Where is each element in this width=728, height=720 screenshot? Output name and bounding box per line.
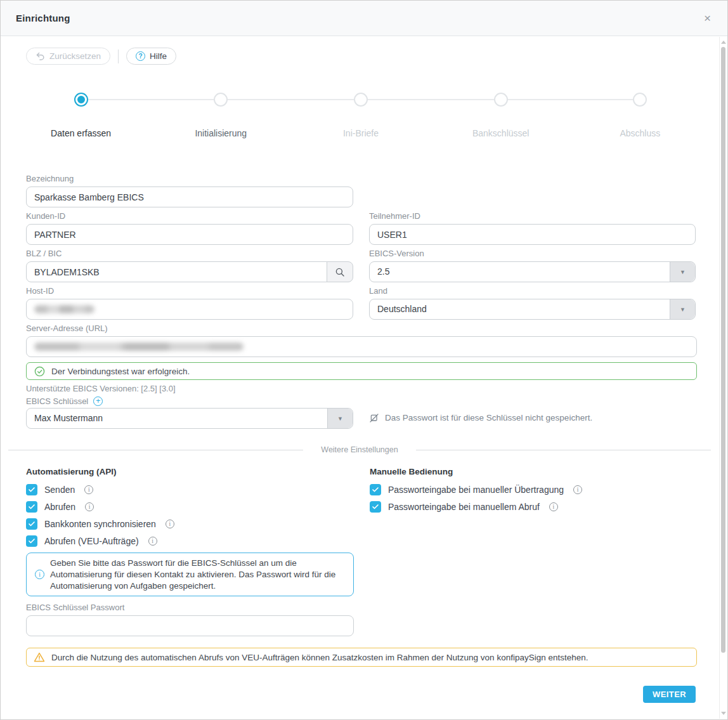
scrollbar-thumb[interactable] — [721, 47, 725, 653]
blz-bic-input[interactable] — [26, 261, 327, 282]
ebics-version-label: EBICS-Version — [369, 249, 696, 260]
step-label: Initialisierung — [157, 128, 284, 138]
senden-checkbox[interactable] — [26, 484, 37, 495]
help-button-label: Hilfe — [150, 51, 167, 61]
step-daten-erfassen[interactable]: Daten erfassen — [18, 90, 145, 138]
kunden-id-label: Kunden-ID — [26, 211, 353, 223]
ebics-schluessel-passwort-input[interactable] — [26, 615, 354, 636]
search-icon — [334, 266, 346, 278]
scrollbar-down-arrow[interactable] — [721, 712, 726, 715]
info-icon[interactable]: i — [549, 502, 558, 511]
check-circle-icon — [34, 366, 45, 377]
bezeichnung-label: Bezeichnung — [26, 174, 353, 185]
step-dot — [633, 93, 647, 107]
abrufen-veu-checkbox[interactable] — [26, 535, 37, 547]
checkbox-row-abrufen: Abrufen i — [26, 501, 354, 513]
add-key-icon[interactable]: + — [93, 396, 103, 406]
info-icon[interactable]: i — [148, 537, 157, 546]
supported-versions-text: Unterstützte EBICS Versionen: [2.5] [3.0… — [26, 384, 696, 393]
chevron-down-icon: ▼ — [327, 409, 353, 428]
bankkonten-synchronisieren-checkbox[interactable] — [26, 518, 37, 530]
step-dot-active — [75, 94, 87, 105]
info-icon[interactable]: i — [84, 485, 93, 494]
chevron-down-icon: ▼ — [670, 262, 695, 282]
step-label: Abschluss — [576, 128, 703, 138]
ebics-schluessel-select[interactable]: Max Mustermann ▼ — [26, 408, 353, 429]
dialog-body: Zurücksetzen ? Hilfe Daten erfassen Init… — [1, 48, 727, 703]
automatisierung-title: Automatisierung (API) — [26, 467, 354, 478]
scrollbar-up-arrow[interactable] — [721, 41, 726, 44]
einrichtung-dialog: Einrichtung × Zurücksetzen ? Hilfe — [0, 0, 728, 720]
pw-manueller-abruf-checkbox[interactable] — [370, 501, 381, 513]
step-label: Daten erfassen — [18, 128, 145, 138]
step-abschluss[interactable]: Abschluss — [576, 90, 703, 138]
undo-icon — [36, 51, 45, 61]
checkbox-label: Passworteingabe bei manueller Übertragun… — [388, 485, 564, 495]
checkbox-label: Passworteingabe bei manuellem Abruf — [388, 502, 540, 512]
connection-success-message: Der Verbindungstest war erfolgreich. — [26, 362, 697, 380]
automation-password-info-box: i Geben Sie bitte das Passwort für die E… — [26, 553, 354, 596]
info-icon[interactable]: i — [166, 520, 174, 528]
server-adresse-label: Server-Adresse (URL) — [26, 324, 697, 335]
step-dot — [354, 93, 368, 107]
bezeichnung-input[interactable] — [26, 187, 353, 207]
checkbox-row-bankkonten-synchronisieren: Bankkonten synchronisieren i — [26, 518, 354, 530]
veu-cost-warning-text: Durch die Nutzung des automatischen Abru… — [51, 653, 588, 662]
checkbox-row-senden: Senden i — [26, 484, 354, 495]
checkbox-row-pw-uebertragung: Passworteingabe bei manueller Übertragun… — [370, 484, 696, 495]
checkbox-label: Abrufen — [44, 502, 75, 512]
wizard-stepper: Daten erfassen Initialisierung Ini-Brief… — [26, 90, 696, 141]
password-not-saved-text: Das Passwort ist für diese Schlüssel nic… — [385, 413, 592, 422]
dialog-title: Einrichtung — [16, 13, 70, 23]
checkbox-row-abrufen-veu: Abrufen (VEU-Aufträge) i — [26, 535, 354, 547]
weiter-button[interactable]: WEITER — [643, 686, 696, 703]
dialog-header: Einrichtung × — [1, 1, 727, 36]
ebics-schluessel-passwort-label: EBICS Schlüssel Passwort — [26, 603, 354, 614]
land-value: Deutschland — [377, 299, 427, 319]
ebics-schluessel-value: Max Mustermann — [34, 409, 103, 428]
reset-button[interactable]: Zurücksetzen — [26, 48, 110, 65]
server-adresse-input[interactable] — [26, 336, 697, 357]
step-bankschluessel[interactable]: Bankschlüssel — [438, 90, 564, 138]
password-not-saved-icon — [369, 413, 379, 423]
info-icon[interactable]: i — [85, 502, 94, 511]
toolbar-separator — [118, 49, 119, 63]
ebics-version-select[interactable]: 2.5 ▼ — [369, 261, 696, 282]
step-ini-briefe[interactable]: Ini-Briefe — [297, 90, 424, 138]
land-label: Land — [369, 286, 696, 298]
veu-cost-warning-box: Durch die Nutzung des automatischen Abru… — [26, 648, 697, 667]
blz-search-button[interactable] — [327, 261, 353, 282]
scrollbar[interactable] — [719, 37, 727, 719]
toolbar: Zurücksetzen ? Hilfe — [26, 48, 696, 65]
host-id-label: Host-ID — [26, 286, 353, 298]
info-circle-icon: i — [35, 570, 44, 579]
manuelle-bedienung-title: Manuelle Bedienung — [370, 467, 696, 478]
pw-manuelle-uebertragung-checkbox[interactable] — [370, 484, 381, 495]
step-initialisierung[interactable]: Initialisierung — [157, 90, 284, 138]
step-dot — [214, 93, 228, 107]
help-button[interactable]: ? Hilfe — [126, 48, 176, 65]
reset-button-label: Zurücksetzen — [49, 51, 101, 61]
checkbox-row-pw-abruf: Passworteingabe bei manuellem Abruf i — [370, 501, 696, 513]
close-icon[interactable]: × — [704, 12, 711, 24]
info-icon[interactable]: i — [573, 485, 582, 494]
teilnehmer-id-input[interactable] — [369, 224, 696, 245]
land-select[interactable]: Deutschland ▼ — [369, 299, 696, 320]
step-label: Ini-Briefe — [297, 128, 424, 138]
host-id-input[interactable] — [26, 299, 353, 320]
password-not-saved-note: Das Passwort ist für diese Schlüssel nic… — [369, 413, 696, 423]
host-id-redacted-value — [34, 305, 94, 313]
checkbox-label: Abrufen (VEU-Aufträge) — [44, 536, 139, 546]
step-dot — [494, 93, 508, 107]
ebics-version-value: 2.5 — [377, 262, 389, 282]
blz-bic-label: BLZ / BIC — [26, 249, 353, 260]
checkbox-label: Bankkonten synchronisieren — [44, 519, 156, 529]
ebics-schluessel-label: EBICS Schlüssel — [26, 396, 88, 406]
warning-triangle-icon — [34, 651, 45, 663]
checkbox-label: Senden — [44, 485, 75, 495]
chevron-down-icon: ▼ — [670, 299, 695, 319]
automation-password-info-text: Geben Sie bitte das Passwort für die EBI… — [50, 558, 346, 591]
abrufen-checkbox[interactable] — [26, 501, 37, 513]
server-adresse-redacted-value — [34, 343, 244, 351]
kunden-id-input[interactable] — [26, 224, 353, 245]
